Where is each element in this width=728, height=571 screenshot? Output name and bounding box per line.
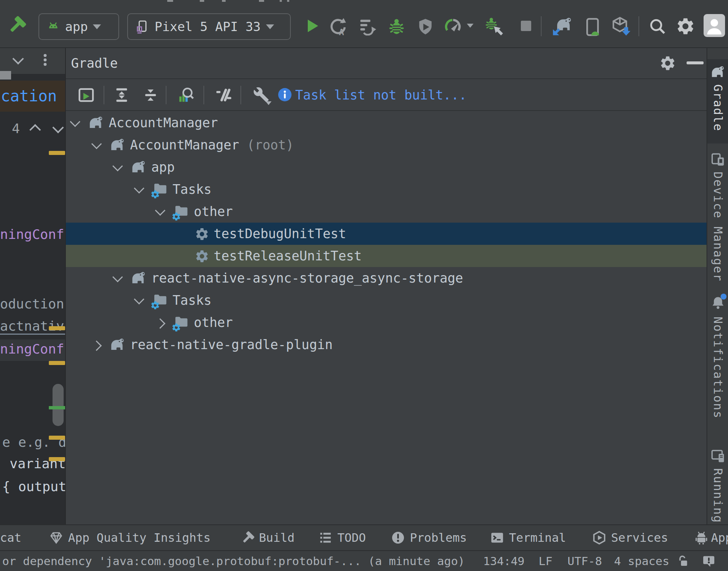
sdk-manager-icon[interactable] [610,16,631,36]
profiler-icon[interactable] [443,17,462,36]
gear-badge-icon [171,212,181,222]
profiler-dropdown-chevron-icon[interactable] [467,24,473,28]
tree-row[interactable]: other [66,311,707,334]
collapse-all-icon[interactable] [142,87,159,104]
tool-window-button-problems[interactable]: Problems [410,525,467,550]
editor-partial[interactable]: cation 4 ningConf oduction actnativ ning… [0,48,65,524]
device-selector[interactable]: Pixel 5 API 33 [127,13,291,40]
editor-marker [49,436,65,440]
tree-chevron-down-icon[interactable] [155,205,165,216]
sync-gradle-icon[interactable] [551,16,573,37]
toolbar-divider [541,16,542,36]
line-separator[interactable]: LF [539,551,552,571]
panel-minimize-icon[interactable] [687,61,704,64]
editor-scroll-fragment [0,71,11,80]
gradle-status-message[interactable]: Task list not built... [295,80,467,110]
build-analyzer-icon[interactable] [178,87,195,104]
tool-window-button-app-quality-insights[interactable]: App Quality Insights [68,525,210,550]
gear-badge-icon [150,189,160,199]
gear-badge-icon [171,322,181,332]
tasks-folder-icon [173,203,189,220]
editor-line: ningConf [0,341,64,357]
device-manager-icon[interactable] [583,17,603,37]
tree-row[interactable]: app [66,156,707,178]
tree-node-suffix: (root) [239,138,294,152]
editor-line: { output [2,479,65,495]
tree-row[interactable]: Tasks [66,289,707,311]
tree-chevron-down-icon[interactable] [134,294,144,304]
toggle-offline-mode-icon[interactable] [215,87,232,104]
gradle-panel-toolbar: Task list not built... [66,80,707,111]
tree-node-label: react-native-gradle-plugin [130,337,333,352]
gradle-settings-wrench-icon[interactable] [253,87,269,103]
stripe-item-gradle[interactable]: Gradle [711,84,725,132]
rerun-activity-icon[interactable] [328,17,348,36]
tree-chevron-down-icon[interactable] [70,116,80,127]
execute-gradle-task-icon[interactable] [78,87,95,104]
tree-chevron-down-icon[interactable] [112,161,123,171]
tree-chevron-down-icon[interactable] [112,272,123,282]
panel-settings-gear-icon[interactable] [659,55,676,72]
gradle-task-tree: AccountManagerAccountManager (root)appTa… [66,112,707,356]
run-configuration-selector[interactable]: app [38,13,119,40]
expand-all-icon[interactable] [113,87,130,104]
tree-chevron-down-icon[interactable] [91,139,101,149]
tree-row[interactable]: Tasks [66,178,707,200]
tool-window-button-build[interactable]: Build [259,525,294,550]
run-button[interactable] [303,17,321,35]
tool-window-button-todo[interactable]: TODO [337,525,366,550]
task-gear-icon [195,249,209,264]
search-everywhere-icon[interactable] [648,17,667,36]
lock-open-icon[interactable] [676,554,690,568]
tree-row[interactable]: react-native-async-storage_async-storage [66,267,707,289]
tree-row[interactable]: react-native-gradle-plugin [66,334,707,356]
tree-row[interactable]: testDebugUnitTest [66,223,707,245]
chevron-down-icon [266,24,274,29]
tool-window-button-app-inspection[interactable]: App [711,525,728,550]
attach-debugger-icon[interactable] [484,16,505,37]
editor-separator-line [0,334,65,335]
tree-node-label: Tasks [173,182,212,197]
next-occurrence-icon[interactable] [52,122,64,133]
tree-row[interactable]: AccountManager (root) [66,134,707,156]
tool-window-button-terminal[interactable]: Terminal [509,525,566,550]
phone-device-icon [135,20,149,34]
tree-chevron-down-icon[interactable] [134,183,144,193]
toolbar-divider [203,86,204,104]
user-avatar[interactable] [704,14,725,37]
stripe-item-running-devices[interactable]: Running De [711,468,725,524]
tree-node-label: testReleaseUnitTest [214,249,362,263]
stripe-item-notifications[interactable]: Notifications [711,317,725,419]
tree-row[interactable]: AccountManager [66,112,707,134]
tree-node-label: app [151,160,175,175]
tasks-folder-icon [152,292,168,308]
tool-window-button-logcat[interactable]: cat [0,525,21,550]
settings-gear-icon[interactable] [675,16,695,36]
tree-row[interactable]: other [66,200,707,223]
android-studio-window: app Pixel 5 API 33 cati [0,0,728,571]
tree-chevron-right-icon[interactable] [91,341,101,351]
kebab-menu-icon[interactable] [44,53,47,70]
caret-position[interactable]: 134:49 [483,551,525,571]
status-message[interactable]: or dependency 'java:com.google.protobuf:… [2,551,465,571]
file-encoding[interactable]: UTF-8 [567,551,602,571]
feedback-bubble-icon[interactable] [701,554,716,568]
stripe-item-device-manager[interactable]: Device Manager [711,172,725,282]
apply-code-changes-icon[interactable] [359,17,377,36]
debug-button[interactable] [387,17,406,36]
tree-row[interactable]: testReleaseUnitTest [66,245,707,267]
chevron-down-icon[interactable] [12,53,24,64]
stop-button[interactable] [517,17,535,35]
android-robot-icon [694,530,709,545]
build-hammer-icon[interactable] [7,15,27,36]
tree-node-label: AccountManager [109,115,218,130]
previous-occurrence-icon[interactable] [29,124,41,135]
tasks-folder-icon [152,181,168,197]
tool-window-button-services[interactable]: Services [611,525,668,550]
profile-app-icon[interactable] [416,17,435,36]
tree-node-label: other [194,204,233,219]
indent-setting[interactable]: 4 spaces [614,551,669,571]
error-circle-icon [391,530,405,545]
editor-scrollbar-thumb[interactable] [53,384,64,426]
tree-chevron-right-icon[interactable] [155,318,165,329]
